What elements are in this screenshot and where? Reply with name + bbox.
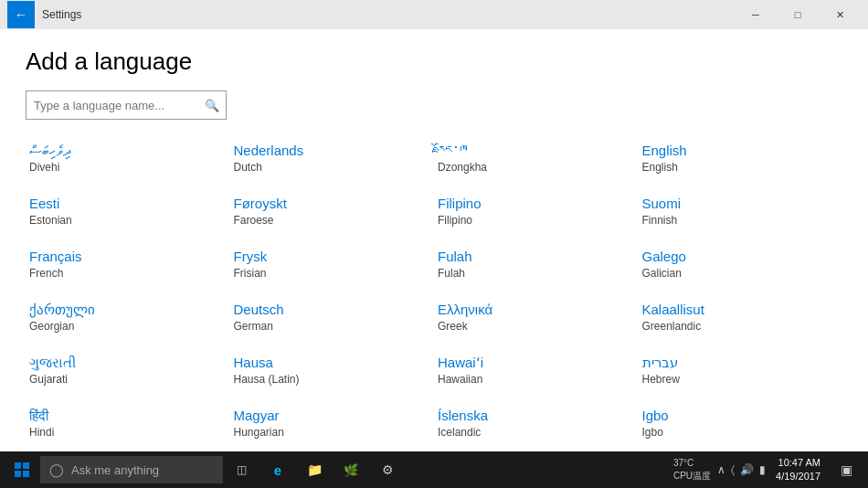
list-item[interactable]: EestiEstonian [26, 187, 230, 240]
lang-native-name: Frysk [234, 248, 426, 266]
lang-english-name: Fulah [438, 267, 630, 280]
language-list: ދިވެހިބަސްDivehiNederlandsDutchརྫོང་ཁDzo… [26, 134, 842, 451]
list-item[interactable]: हिंदीHindi [26, 399, 230, 451]
lang-english-name: Finnish [642, 214, 834, 227]
list-item[interactable]: DeutschGerman [230, 293, 435, 346]
lang-english-name: English [642, 161, 834, 174]
list-item[interactable]: SuomiFinnish [639, 187, 843, 240]
edge-button[interactable]: e [259, 451, 296, 488]
temp-label: CPU温度 [673, 470, 711, 483]
lang-native-name: ქართული [29, 301, 221, 319]
list-item[interactable]: ދިވެހިބަސްDivehi [26, 134, 230, 187]
lang-native-name: Suomi [642, 195, 834, 213]
edge-icon: e [274, 462, 281, 478]
list-item[interactable]: FulahFulah [434, 240, 639, 293]
date-display: 4/19/2017 [776, 470, 820, 483]
lang-english-name: Hindi [29, 426, 221, 439]
lang-english-name: Igbo [642, 426, 834, 439]
page-title: Add a language [26, 48, 842, 76]
notification-icon: ▣ [841, 462, 852, 477]
lang-english-name: French [29, 267, 221, 280]
lang-english-name: Dutch [234, 161, 426, 174]
list-item[interactable]: FrançaisFrench [26, 240, 230, 293]
lang-native-name: Hawaiʻi [438, 354, 630, 372]
windows-icon [15, 462, 29, 477]
lang-english-name: Hawaiian [438, 373, 630, 386]
battery-icon[interactable]: ▮ [757, 463, 768, 476]
system-tray: ∧ 〈 🔊 ▮ [715, 463, 768, 476]
list-item[interactable]: FryskFrisian [230, 240, 435, 293]
window-controls: ─ □ ✕ [735, 0, 861, 29]
lang-english-name: Greenlandic [642, 320, 834, 333]
list-item[interactable]: IgboIgbo [639, 399, 843, 451]
clock[interactable]: 10:47 AM 4/19/2017 [768, 456, 828, 484]
lang-native-name: Galego [642, 248, 834, 266]
search-icon-button[interactable]: 🔍 [197, 90, 227, 120]
start-button[interactable] [4, 451, 40, 488]
list-item[interactable]: རྫོང་ཁDzongkha [434, 134, 639, 187]
lang-english-name: Georgian [29, 320, 221, 333]
taskbar-left: ◯ Ask me anything ◫ e 📁 🌿 ⚙ [4, 451, 406, 488]
gear-icon: ⚙ [382, 462, 394, 477]
lang-native-name: Íslenska [438, 407, 630, 425]
taskbar: ◯ Ask me anything ◫ e 📁 🌿 ⚙ 37°C CPU温度 ∧… [0, 451, 868, 488]
lang-native-name: ગુજરાતી [29, 354, 221, 372]
list-item[interactable]: FilipinoFilipino [434, 187, 639, 240]
list-item[interactable]: ગુજરાતીGujarati [26, 346, 230, 399]
list-item[interactable]: GalegoGalician [639, 240, 843, 293]
list-item[interactable]: ÍslenskaIcelandic [434, 399, 639, 451]
task-view-icon: ◫ [237, 463, 247, 476]
lang-native-name: Eesti [29, 195, 221, 213]
lang-native-name: ދިވެހިބަސް [29, 142, 221, 160]
lang-english-name: Estonian [29, 214, 221, 227]
list-item[interactable]: KalaallisutGreenlandic [639, 293, 843, 346]
maximize-button[interactable]: □ [777, 0, 819, 29]
svg-rect-1 [23, 462, 29, 469]
search-input[interactable] [26, 90, 227, 120]
title-bar-left: ← Settings [7, 1, 81, 28]
task-view-button[interactable]: ◫ [223, 451, 259, 488]
file-explorer-button[interactable]: 📁 [296, 451, 333, 488]
lang-native-name: Kalaallisut [642, 301, 834, 319]
list-item[interactable]: HawaiʻiHawaiian [434, 346, 639, 399]
search-icon: 🔍 [205, 99, 219, 112]
back-button[interactable]: ← [7, 1, 35, 28]
content-area: Add a language 🔍 ދިވެހިބަސްDivehiNederla… [0, 29, 868, 451]
lang-english-name: Hausa (Latin) [234, 373, 426, 386]
lang-english-name: Hungarian [234, 426, 426, 439]
lang-native-name: हिंदी [29, 407, 221, 425]
close-button[interactable]: ✕ [819, 0, 861, 29]
title-bar: ← Settings ─ □ ✕ [0, 0, 868, 29]
minimize-button[interactable]: ─ [735, 0, 777, 29]
lang-english-name: Frisian [234, 267, 426, 280]
list-item[interactable]: HausaHausa (Latin) [230, 346, 435, 399]
cpu-temp: 37°C CPU温度 [670, 457, 715, 483]
list-item[interactable]: NederlandsDutch [230, 134, 435, 187]
lang-english-name: Greek [438, 320, 630, 333]
list-item[interactable]: ქართულიGeorgian [26, 293, 230, 346]
list-item[interactable]: EnglishEnglish [639, 134, 843, 187]
list-item[interactable]: עבריתHebrew [639, 346, 843, 399]
taskbar-search-text: Ask me anything [71, 463, 159, 477]
taskbar-search[interactable]: ◯ Ask me anything [40, 456, 223, 483]
temp-value: 37°C [673, 457, 711, 470]
list-item[interactable]: FøroysktFaroese [230, 187, 435, 240]
list-item[interactable]: ΕλληνικάGreek [434, 293, 639, 346]
list-item[interactable]: MagyarHungarian [230, 399, 435, 451]
lang-native-name: Filipino [438, 195, 630, 213]
lang-native-name: Føroyskt [234, 195, 426, 213]
lang-english-name: Dzongkha [438, 161, 630, 174]
lang-native-name: Ελληνικά [438, 301, 630, 319]
lang-native-name: Nederlands [234, 142, 426, 160]
store-button[interactable]: 🌿 [333, 451, 369, 488]
lang-english-name: Divehi [29, 161, 221, 174]
search-container: 🔍 [26, 90, 227, 120]
chevron-icon[interactable]: ∧ [715, 463, 728, 476]
network-icon[interactable]: 〈 [728, 463, 737, 476]
lang-english-name: Filipino [438, 214, 630, 227]
svg-rect-0 [15, 462, 21, 469]
notification-button[interactable]: ▣ [828, 451, 864, 488]
taskbar-right: 37°C CPU温度 ∧ 〈 🔊 ▮ 10:47 AM 4/19/2017 ▣ [670, 451, 864, 488]
settings-button[interactable]: ⚙ [369, 451, 406, 488]
volume-icon[interactable]: 🔊 [737, 463, 757, 476]
